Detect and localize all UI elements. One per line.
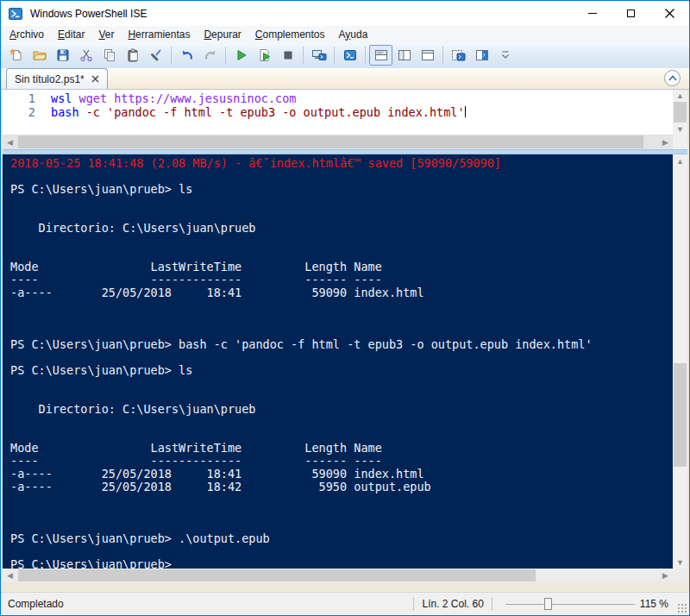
console-line: PS C:\Users\juan\prueb>	[10, 558, 673, 569]
toolbar-overflow-button[interactable]	[493, 45, 517, 66]
powershell-ise-window: Windows PowerShell ISE ArchivoEditarVerH…	[0, 0, 690, 616]
save-script-button[interactable]	[51, 45, 74, 66]
script-editor[interactable]: 1wsl wget https://www.jesusninoc.com2bas…	[3, 90, 673, 135]
menu-item-ayuda[interactable]: Ayuda	[332, 27, 375, 42]
cut-button[interactable]	[74, 45, 97, 66]
scroll-right-icon[interactable]: ▶	[658, 135, 673, 149]
console-line	[10, 170, 673, 183]
run-selection-button[interactable]	[253, 45, 276, 66]
paste-clipboard-icon	[126, 48, 140, 62]
resize-grip-icon[interactable]	[677, 603, 687, 613]
menu-item-depurar[interactable]: Depurar	[197, 27, 248, 42]
text-caret	[465, 106, 466, 117]
toolbar-separator	[365, 47, 366, 64]
console-line: -a---- 25/05/2018 18:42 5950 output.epub	[10, 481, 673, 493]
redo-button[interactable]	[198, 45, 222, 66]
show-console-pane-button[interactable]	[470, 45, 493, 66]
stop-operation-button[interactable]	[276, 45, 299, 66]
editor-line: 2bash -c 'pandoc -f html -t epub3 -o out…	[3, 106, 673, 120]
tab-sin-titulo2[interactable]: Sin título2.ps1*	[6, 68, 108, 89]
console-line	[10, 545, 673, 558]
editor-horizontal-scrollbar[interactable]: ◀ ▶	[3, 135, 673, 149]
copy-icon	[103, 48, 116, 62]
new-script-icon	[9, 48, 23, 62]
editor-vertical-scrollbar[interactable]: ▲ ▼	[673, 90, 687, 149]
scroll-down-icon[interactable]: ▼	[673, 123, 687, 135]
console-line: Directorio: C:\Users\juan\prueb	[10, 403, 673, 416]
toolbar-separator	[334, 47, 335, 64]
console-pane: 2018-05-25 18:41:48 (2.08 MB/s) - â€˜ind…	[3, 154, 687, 569]
open-script-button[interactable]	[28, 45, 51, 66]
console-line	[10, 519, 673, 532]
menu-item-complementos[interactable]: Complementos	[248, 27, 332, 42]
code-segment: wget https://www.jesusninoc.com	[79, 92, 297, 106]
new-script-button[interactable]	[4, 45, 28, 66]
menu-item-ver[interactable]: Ver	[91, 27, 121, 42]
code-segment: -c 'pandoc -f html -t epub3 -o output.ep…	[86, 106, 465, 120]
paste-button[interactable]	[121, 45, 144, 66]
scroll-down-icon[interactable]: ▼	[673, 556, 687, 569]
stop-icon	[281, 48, 295, 62]
console-horizontal-scrollbar[interactable]: ◀ ▶	[3, 569, 687, 582]
titlebar: Windows PowerShell ISE	[1, 1, 689, 26]
status-separator	[413, 597, 414, 611]
collapse-script-pane-button[interactable]	[664, 70, 681, 86]
maximize-button[interactable]	[612, 1, 650, 26]
menu-item-archivo[interactable]: Archivo	[3, 27, 51, 42]
clear-console-icon	[149, 48, 163, 62]
zoom-slider-thumb[interactable]	[544, 598, 552, 610]
cut-scissors-icon	[79, 48, 93, 62]
scroll-up-icon[interactable]: ▲	[673, 154, 687, 167]
scrollbar-thumb[interactable]	[18, 135, 643, 148]
status-separator	[492, 597, 492, 611]
console-line: PS C:\Users\juan\prueb> .\output.epub	[10, 532, 673, 545]
show-script-pane-top-button[interactable]	[369, 45, 392, 66]
console-line: -a---- 25/05/2018 18:41 59090 index.html	[10, 468, 673, 481]
scroll-left-icon[interactable]: ◀	[3, 135, 17, 149]
script-pane-right-icon	[398, 48, 411, 62]
powershell-tab-icon	[451, 48, 466, 62]
copy-button[interactable]	[97, 45, 121, 66]
undo-icon	[180, 48, 194, 62]
scrollbar-thumb[interactable]	[674, 102, 687, 123]
start-powershell-button[interactable]	[338, 45, 361, 66]
close-icon	[91, 75, 99, 83]
menu-item-editar[interactable]: Editar	[51, 27, 91, 42]
menu-item-herramientas[interactable]: Herramientas	[121, 27, 197, 42]
line-number: 2	[3, 106, 51, 120]
toolbar-separator	[171, 47, 172, 64]
toolbar	[1, 42, 689, 68]
console-output[interactable]: 2018-05-25 18:41:48 (2.08 MB/s) - â€˜ind…	[3, 154, 673, 569]
toolbar-separator	[225, 47, 226, 64]
console-line	[10, 493, 673, 506]
tab-label: Sin título2.ps1*	[15, 73, 85, 85]
code-segment: wsl	[51, 92, 72, 106]
scroll-left-icon[interactable]: ◀	[3, 569, 17, 582]
undo-button[interactable]	[175, 45, 198, 66]
console-line	[10, 377, 673, 390]
close-icon	[665, 9, 674, 18]
minimize-button[interactable]	[573, 1, 612, 26]
scrollbar-thumb[interactable]	[18, 569, 536, 581]
menubar: ArchivoEditarVerHerramientasDepurarCompl…	[1, 26, 689, 42]
console-line: Directorio: C:\Users\juan\prueb	[10, 222, 673, 235]
console-line	[10, 248, 673, 261]
open-folder-icon	[33, 48, 47, 62]
new-powershell-tab-button[interactable]	[447, 45, 470, 66]
console-vertical-scrollbar[interactable]: ▲ ▼	[673, 154, 687, 569]
console-line: ---- ------------- ------ ----	[10, 273, 673, 286]
console-line: 2018-05-25 18:41:48 (2.08 MB/s) - â€˜ind…	[10, 157, 673, 170]
tab-close-button[interactable]	[91, 75, 99, 83]
new-remote-powershell-tab-button[interactable]	[307, 45, 330, 66]
console-line: Mode LastWriteTime Length Name	[10, 442, 673, 455]
show-script-pane-maximized-button[interactable]	[416, 45, 439, 66]
scroll-right-icon[interactable]: ▶	[658, 569, 673, 582]
close-button[interactable]	[650, 1, 689, 26]
editor-line: 1wsl wget https://www.jesusninoc.com	[3, 92, 673, 106]
scrollbar-thumb[interactable]	[674, 363, 687, 467]
run-script-button[interactable]	[229, 45, 253, 66]
scroll-up-icon[interactable]: ▲	[673, 90, 687, 101]
show-script-pane-right-button[interactable]	[392, 45, 416, 66]
clear-console-button[interactable]	[144, 45, 167, 66]
zoom-slider[interactable]	[505, 597, 635, 611]
